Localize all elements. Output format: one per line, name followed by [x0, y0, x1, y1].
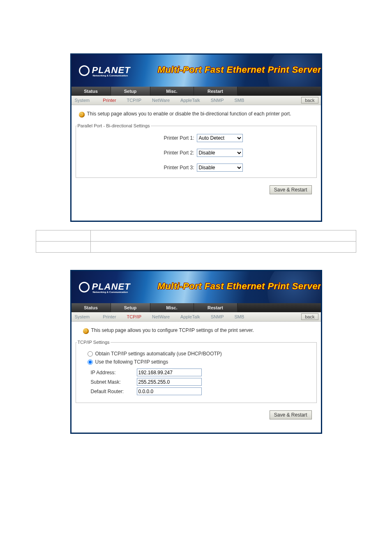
bidirectional-fieldset: Parallel Port - Bi-directional Settings … [76, 123, 317, 178]
subnav-system[interactable]: System [75, 98, 90, 103]
port3-label: Printer Port 3: [79, 165, 197, 170]
info-text: This setup page allows you to configure … [91, 327, 254, 333]
tab-misc[interactable]: Misc. [150, 87, 194, 96]
fieldset-legend: TCP/IP Settings [77, 340, 111, 345]
port3-row: Printer Port 3: Disable [79, 164, 313, 172]
subnav-system[interactable]: System [75, 314, 90, 319]
tcpip-setup-window: PLANET Networking & Communication Multi-… [70, 270, 322, 434]
table-cell [36, 230, 91, 242]
logo: PLANET Networking & Communication [79, 281, 131, 293]
table-cell [36, 242, 91, 253]
logo-subtext: Networking & Communication [93, 291, 131, 293]
sub-nav: System Printer TCP/IP NetWare AppleTalk … [71, 96, 321, 105]
subnet-mask-label: Subnet Mask: [91, 379, 137, 385]
ip-address-input[interactable] [137, 368, 202, 376]
default-router-label: Default Router: [91, 389, 137, 394]
logo-text: PLANET [92, 65, 131, 75]
banner-title: Multi-Port Fast Ethernet Print Server [158, 64, 321, 75]
subnav-snmp[interactable]: SNMP [211, 314, 224, 319]
tab-restart[interactable]: Restart [194, 303, 238, 312]
subnav-netware[interactable]: NetWare [152, 98, 170, 103]
banner-title: Multi-Port Fast Ethernet Print Server [158, 281, 321, 292]
port1-row: Printer Port 1: Auto Detect [79, 134, 313, 142]
subnav-appletalk[interactable]: AppleTalk [180, 314, 200, 319]
banner: PLANET Networking & Communication Multi-… [71, 55, 321, 87]
main-tabs: Status Setup Misc. Restart [71, 303, 321, 312]
back-button[interactable]: back [301, 313, 318, 320]
subnav-smb[interactable]: SMB [235, 314, 244, 319]
tab-misc[interactable]: Misc. [150, 303, 194, 312]
subnet-mask-row: Subnet Mask: [91, 378, 313, 386]
printer-setup-window: PLANET Networking & Communication Multi-… [70, 53, 322, 222]
port3-select[interactable]: Disable [197, 164, 243, 172]
definition-table [36, 230, 356, 253]
default-router-row: Default Router: [91, 387, 313, 395]
radio-static-row[interactable]: Use the following TCP/IP settings [79, 358, 313, 366]
logo-text: PLANET [92, 281, 131, 292]
radio-dhcp-label: Obtain TCP/IP settings automatically (us… [95, 351, 222, 357]
info-icon [79, 112, 85, 117]
save-restart-button[interactable]: Save & Restart [270, 410, 312, 419]
subnav-smb[interactable]: SMB [235, 98, 244, 103]
tcpip-fieldset: TCP/IP Settings Obtain TCP/IP settings a… [76, 340, 317, 403]
radio-dhcp[interactable] [88, 351, 93, 357]
banner: PLANET Networking & Communication Multi-… [71, 271, 321, 303]
subnav-appletalk[interactable]: AppleTalk [180, 98, 200, 103]
subnav-snmp[interactable]: SNMP [211, 98, 224, 103]
save-restart-button[interactable]: Save & Restart [270, 185, 312, 194]
table-row [36, 230, 356, 242]
logo-ring-icon [79, 65, 90, 76]
table-row [36, 242, 356, 253]
port1-select[interactable]: Auto Detect [197, 134, 243, 142]
port1-label: Printer Port 1: [79, 135, 197, 141]
port2-label: Printer Port 2: [79, 150, 197, 156]
back-button[interactable]: back [301, 97, 318, 104]
radio-dhcp-row[interactable]: Obtain TCP/IP settings automatically (us… [79, 350, 313, 358]
logo: PLANET Networking & Communication [79, 65, 131, 77]
subnav-printer[interactable]: Printer [103, 314, 116, 319]
port2-select[interactable]: Disable [197, 149, 243, 157]
port2-row: Printer Port 2: Disable [79, 149, 313, 157]
fieldset-legend: Parallel Port - Bi-directional Settings [77, 123, 151, 128]
tab-setup[interactable]: Setup [111, 87, 150, 96]
info-message: This setup page allows you to configure … [76, 327, 317, 334]
tab-status[interactable]: Status [71, 303, 111, 312]
info-message: This setup page allows you to enable or … [76, 111, 317, 117]
tab-restart[interactable]: Restart [194, 87, 238, 96]
logo-ring-icon [79, 282, 90, 292]
radio-static-label: Use the following TCP/IP settings [95, 359, 168, 365]
radio-static[interactable] [88, 359, 93, 365]
tab-spacer [238, 87, 321, 96]
tab-setup[interactable]: Setup [111, 303, 150, 312]
tab-status[interactable]: Status [71, 87, 111, 96]
ip-address-row: IP Address: [91, 368, 313, 376]
table-cell [91, 230, 356, 242]
default-router-input[interactable] [137, 387, 202, 395]
ip-address-label: IP Address: [91, 370, 137, 375]
main-tabs: Status Setup Misc. Restart [71, 87, 321, 96]
table-cell [91, 242, 356, 253]
subnav-printer[interactable]: Printer [103, 98, 116, 103]
info-icon [83, 328, 89, 334]
info-text: This setup page allows you to enable or … [87, 111, 291, 117]
logo-subtext: Networking & Communication [93, 74, 131, 77]
sub-nav: System Printer TCP/IP NetWare AppleTalk … [71, 312, 321, 322]
subnav-tcpip[interactable]: TCP/IP [127, 98, 141, 103]
subnav-netware[interactable]: NetWare [152, 314, 170, 319]
subnet-mask-input[interactable] [137, 378, 202, 386]
subnav-tcpip[interactable]: TCP/IP [127, 314, 141, 319]
tab-spacer [238, 303, 321, 312]
